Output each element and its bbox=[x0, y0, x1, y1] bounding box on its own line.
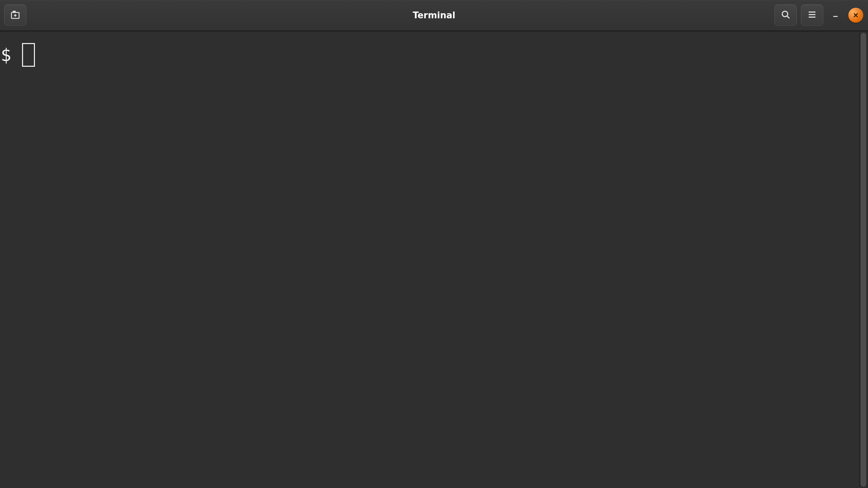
window-headerbar: Terminal bbox=[0, 0, 868, 31]
shell-prompt: $ bbox=[1, 45, 11, 65]
close-icon bbox=[848, 8, 863, 23]
search-icon bbox=[781, 9, 791, 21]
close-window-button[interactable] bbox=[848, 7, 864, 23]
terminal-viewport: $ bbox=[0, 31, 868, 488]
vertical-scrollbar-thumb[interactable] bbox=[861, 33, 866, 487]
terminal-scroll-area[interactable]: $ bbox=[0, 33, 858, 488]
terminal-cursor bbox=[22, 43, 35, 67]
new-tab-button[interactable] bbox=[4, 4, 26, 26]
window-title: Terminal bbox=[0, 10, 868, 20]
minimize-window-button[interactable] bbox=[827, 7, 844, 23]
svg-point-4 bbox=[782, 11, 788, 17]
svg-line-5 bbox=[787, 16, 789, 18]
search-button[interactable] bbox=[774, 4, 797, 26]
terminal-content[interactable]: $ bbox=[0, 33, 858, 69]
vertical-scrollbar[interactable] bbox=[859, 33, 867, 487]
new-tab-icon bbox=[10, 9, 20, 21]
hamburger-menu-icon bbox=[807, 9, 817, 21]
minimize-icon bbox=[832, 11, 839, 20]
svg-rect-1 bbox=[13, 11, 16, 13]
headerbar-left-group bbox=[4, 0, 26, 30]
menu-button[interactable] bbox=[801, 4, 823, 26]
headerbar-right-group bbox=[774, 0, 864, 30]
